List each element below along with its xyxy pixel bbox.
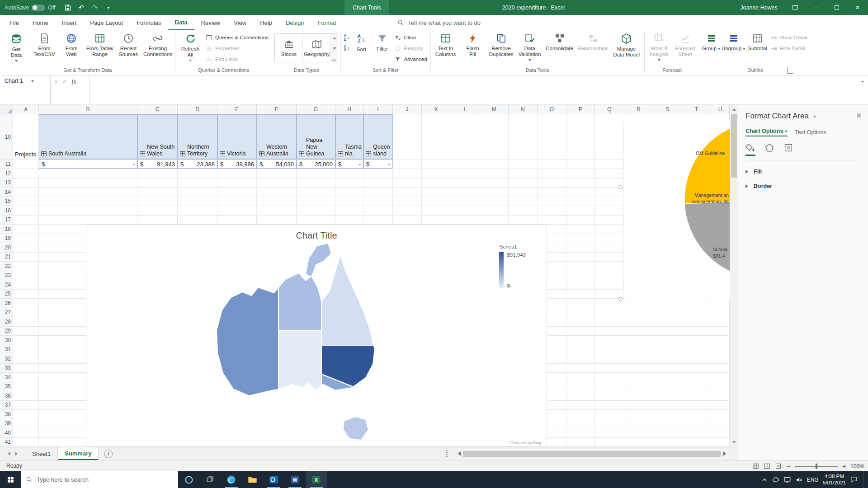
text-to-columns-button[interactable]: Text to Columns: [432, 32, 459, 57]
cell-T35[interactable]: [682, 382, 711, 391]
cell-A35[interactable]: [13, 382, 39, 391]
cell-L15[interactable]: [451, 197, 480, 206]
cell-Q23[interactable]: [595, 271, 624, 280]
cell-H16[interactable]: [335, 206, 363, 215]
enter-formula-button[interactable]: ✓: [62, 78, 67, 104]
row-header-22[interactable]: 22: [0, 262, 13, 271]
cell-A40[interactable]: [13, 428, 39, 437]
row-header-32[interactable]: 32: [0, 354, 13, 363]
cell-E15[interactable]: [217, 197, 257, 206]
cell-G14[interactable]: [297, 188, 335, 197]
map-region-qld[interactable]: [321, 255, 373, 345]
cell-O16[interactable]: [538, 206, 566, 215]
row-header-28[interactable]: 28: [0, 317, 13, 326]
cell-G10[interactable]: Papua New Guinea: [297, 114, 335, 159]
cell-C12[interactable]: [137, 169, 178, 178]
cell-Q30[interactable]: [595, 336, 624, 345]
horizontal-scrollbar[interactable]: [454, 447, 730, 460]
cell-Q31[interactable]: [595, 345, 624, 354]
row-header-24[interactable]: 24: [0, 280, 13, 289]
new-sheet-button[interactable]: +: [104, 450, 113, 458]
cell-U27[interactable]: [711, 308, 730, 317]
cell-C10[interactable]: New South Wales: [137, 114, 178, 159]
cell-O15[interactable]: [538, 197, 566, 206]
cell-T39[interactable]: [682, 419, 711, 428]
cell-O14[interactable]: [538, 188, 566, 197]
row-header-10[interactable]: 10: [0, 114, 13, 159]
row-header-38[interactable]: 38: [0, 410, 13, 419]
sort-button[interactable]: AZ↓ Sort: [351, 32, 372, 52]
cell-C17[interactable]: [137, 216, 178, 225]
row-header-17[interactable]: 17: [0, 216, 13, 225]
cell-R41[interactable]: [624, 438, 653, 447]
cell-P16[interactable]: [566, 206, 595, 215]
cell-Q38[interactable]: [595, 410, 624, 419]
existing-connections-button[interactable]: Existing Connections: [142, 32, 174, 57]
row-header-18[interactable]: 18: [0, 225, 13, 234]
cell-P26[interactable]: [566, 299, 595, 308]
cell-A36[interactable]: [13, 391, 39, 400]
cell-P23[interactable]: [566, 271, 595, 280]
cell-A33[interactable]: [13, 364, 39, 373]
cell-A23[interactable]: [13, 271, 39, 280]
cell-N16[interactable]: [509, 206, 538, 215]
cell-L13[interactable]: [451, 178, 480, 188]
column-header-R[interactable]: R: [624, 104, 653, 114]
cell-H12[interactable]: [335, 169, 363, 178]
cell-P31[interactable]: [566, 345, 595, 354]
cell-O13[interactable]: [538, 178, 566, 188]
row-header-21[interactable]: 21: [0, 253, 13, 262]
vertical-scroll-thumb[interactable]: [731, 114, 737, 178]
clock[interactable]: 4:38 PM 5/01/2021: [823, 474, 846, 486]
cell-Q34[interactable]: [595, 373, 624, 382]
cell-Q15[interactable]: [595, 197, 624, 206]
cell-P11[interactable]: [566, 160, 595, 169]
cell-U33[interactable]: [711, 364, 730, 373]
minimize-button[interactable]: ─: [806, 0, 826, 15]
cell-Q39[interactable]: [595, 419, 624, 428]
fill-section-header[interactable]: Fill: [745, 169, 861, 175]
cell-A14[interactable]: [13, 188, 39, 197]
column-header-B[interactable]: B: [39, 104, 137, 114]
cell-Q22[interactable]: [595, 262, 624, 271]
cell-I17[interactable]: [363, 216, 393, 225]
pane-close-button[interactable]: ✕: [856, 112, 862, 120]
cell-G11[interactable]: $25,000: [297, 160, 335, 169]
cell-A31[interactable]: [13, 345, 39, 354]
column-header-Q[interactable]: Q: [595, 104, 624, 114]
zoom-out-button[interactable]: −: [786, 462, 790, 470]
refresh-all-button[interactable]: Refresh All: [177, 32, 204, 63]
file-explorer-taskbar-icon[interactable]: [242, 471, 263, 488]
column-header-N[interactable]: N: [509, 104, 538, 114]
column-header-L[interactable]: L: [451, 104, 480, 114]
cell-A13[interactable]: [13, 178, 39, 188]
cell-U35[interactable]: [711, 382, 730, 391]
recent-sources-button[interactable]: Recent Sources: [115, 32, 142, 57]
cell-P12[interactable]: [566, 169, 595, 178]
cell-S34[interactable]: [653, 373, 682, 382]
cell-B13[interactable]: [39, 178, 137, 188]
zoom-slider[interactable]: [795, 466, 838, 467]
cell-M16[interactable]: [480, 206, 509, 215]
column-header-K[interactable]: K: [422, 104, 451, 114]
cell-J13[interactable]: [393, 178, 422, 188]
map-region-tas[interactable]: [343, 417, 368, 440]
cell-U38[interactable]: [711, 410, 730, 419]
undo-button[interactable]: ↶: [75, 2, 87, 14]
cell-T38[interactable]: [682, 410, 711, 419]
language-indicator[interactable]: ENG: [807, 477, 819, 483]
cell-A22[interactable]: [13, 262, 39, 271]
text-options-tab[interactable]: Text Options: [795, 129, 826, 136]
cell-P37[interactable]: [566, 401, 595, 410]
cell-E12[interactable]: [217, 169, 257, 178]
cell-Q32[interactable]: [595, 354, 624, 363]
column-header-O[interactable]: O: [538, 104, 566, 114]
cell-A39[interactable]: [13, 419, 39, 428]
cell-P22[interactable]: [566, 262, 595, 271]
map-region-nt[interactable]: [278, 273, 321, 330]
chart-options-tab[interactable]: Chart Options: [745, 128, 788, 136]
group-button[interactable]: Group: [702, 32, 722, 52]
cell-M17[interactable]: [480, 216, 509, 225]
row-header-16[interactable]: 16: [0, 206, 13, 215]
cell-R36[interactable]: [624, 391, 653, 400]
